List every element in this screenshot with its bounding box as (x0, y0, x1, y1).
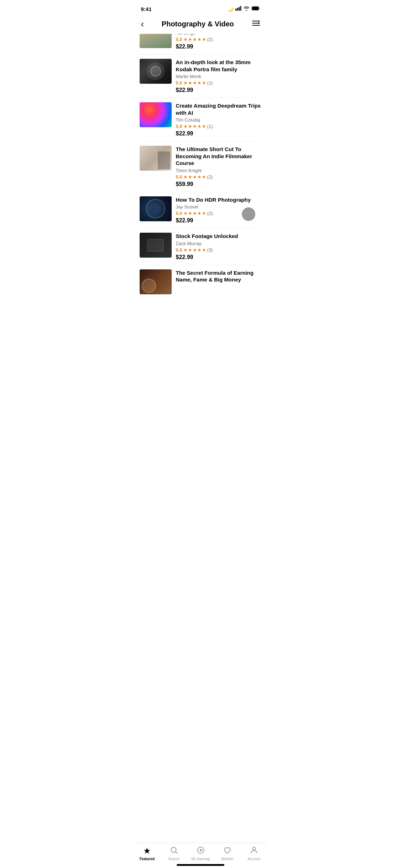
star-5: ★ (202, 247, 206, 253)
course-info: The Ultimate Short Cut To Becoming An In… (176, 146, 262, 187)
star-1: ★ (183, 37, 188, 42)
signal-icon (235, 6, 241, 12)
star-1: ★ (183, 80, 188, 86)
list-item[interactable]: Adi Singh 5.0 ★ ★ ★ ★ ★ (2) $22.99 (140, 30, 262, 55)
star-3: ★ (193, 174, 197, 180)
course-thumbnail (140, 269, 172, 294)
rating-count: (3) (207, 247, 213, 253)
star-4: ★ (197, 124, 202, 129)
course-info: Stock Footage Unlocked Zack Murray 5.0 ★… (176, 233, 262, 260)
course-rating: 5.0 ★ ★ ★ ★ ★ (2) (176, 37, 262, 42)
star-2: ★ (188, 124, 192, 129)
svg-rect-0 (235, 9, 236, 11)
rating-number: 5.0 (176, 174, 182, 180)
nav-header: ‹ Photography & Video (134, 16, 267, 34)
star-3: ★ (193, 211, 197, 216)
course-thumbnail (140, 59, 172, 84)
course-price: $22.99 (176, 43, 262, 50)
star-3: ★ (193, 124, 197, 129)
course-title: The Ultimate Short Cut To Becoming An In… (176, 146, 262, 167)
wifi-icon (244, 6, 249, 12)
course-rating: 5.0 ★ ★ ★ ★ ★ (1) (176, 80, 262, 86)
star-2: ★ (188, 174, 192, 180)
course-thumbnail (140, 196, 172, 221)
svg-rect-5 (252, 7, 259, 10)
rating-number: 5.0 (176, 211, 182, 216)
course-thumbnail (140, 233, 172, 258)
course-price: $59.99 (176, 181, 262, 187)
star-2: ★ (188, 247, 192, 253)
course-list: Adi Singh 5.0 ★ ★ ★ ★ ★ (2) $22.99 (134, 30, 267, 334)
list-item[interactable]: The Ultimate Short Cut To Becoming An In… (140, 141, 262, 192)
stars: ★ ★ ★ ★ ★ (183, 174, 206, 180)
course-rating: 5.0 ★ ★ ★ ★ ★ (2) (176, 174, 262, 180)
rating-count: (1) (207, 124, 213, 129)
star-3: ★ (193, 37, 197, 42)
stars: ★ ★ ★ ★ ★ (183, 211, 206, 216)
course-info: An in-depth look at the 35mm Kodak Portr… (176, 59, 262, 93)
list-item[interactable]: The Secret Formula of Earning Name, Fame… (140, 265, 262, 299)
star-1: ★ (183, 211, 188, 216)
rating-count: (2) (207, 37, 213, 42)
course-title: The Secret Formula of Earning Name, Fame… (176, 269, 262, 283)
star-5: ★ (202, 174, 206, 180)
course-price: $22.99 (176, 87, 262, 93)
star-5: ★ (202, 80, 206, 86)
course-title: An in-depth look at the 35mm Kodak Portr… (176, 59, 262, 73)
star-4: ★ (197, 211, 202, 216)
course-author: Martin Monk (176, 74, 262, 79)
stars: ★ ★ ★ ★ ★ (183, 80, 206, 86)
course-title: Create Amazing Deepdream Trips with AI (176, 102, 262, 116)
course-info: Create Amazing Deepdream Trips with AI T… (176, 102, 262, 137)
stars: ★ ★ ★ ★ ★ (183, 124, 206, 129)
course-author: Timm Knight (176, 168, 262, 173)
course-list-inner: Adi Singh 5.0 ★ ★ ★ ★ ★ (2) $22.99 (134, 30, 267, 299)
svg-rect-3 (240, 6, 241, 11)
list-item[interactable]: How To Do HDR Photography Jay Scovel 5.0… (140, 192, 262, 229)
star-4: ★ (197, 247, 202, 253)
rating-count: (2) (207, 211, 213, 216)
star-3: ★ (193, 247, 197, 253)
status-bar: 9:41 🌙 (134, 0, 267, 16)
course-author: Tim Cziudaj (176, 117, 262, 123)
stars: ★ ★ ★ ★ ★ (183, 37, 206, 42)
rating-count: (2) (207, 174, 213, 180)
star-3: ★ (193, 80, 197, 86)
svg-rect-1 (237, 8, 238, 11)
star-2: ★ (188, 80, 192, 86)
battery-icon (251, 6, 260, 12)
rating-number: 5.0 (176, 247, 182, 253)
course-thumbnail (140, 102, 172, 127)
stars: ★ ★ ★ ★ ★ (183, 247, 206, 253)
course-info: The Secret Formula of Earning Name, Fame… (176, 269, 262, 284)
course-title: How To Do HDR Photography (176, 196, 262, 203)
star-5: ★ (202, 37, 206, 42)
course-price: $22.99 (176, 130, 262, 137)
back-button[interactable]: ‹ (141, 19, 144, 30)
star-4: ★ (197, 80, 202, 86)
list-item[interactable]: Create Amazing Deepdream Trips with AI T… (140, 98, 262, 141)
star-5: ★ (202, 211, 206, 216)
course-price: $22.99 (176, 254, 262, 260)
course-title: Stock Footage Unlocked (176, 233, 262, 240)
star-1: ★ (183, 124, 188, 129)
star-5: ★ (202, 124, 206, 129)
star-2: ★ (188, 37, 192, 42)
star-2: ★ (188, 211, 192, 216)
status-time: 9:41 (141, 6, 152, 12)
list-item[interactable]: Stock Footage Unlocked Zack Murray 5.0 ★… (140, 228, 262, 265)
star-4: ★ (197, 174, 202, 180)
star-1: ★ (183, 174, 188, 180)
star-4: ★ (197, 37, 202, 42)
rating-count: (1) (207, 80, 213, 86)
svg-point-9 (258, 22, 260, 24)
course-author: Zack Murray (176, 241, 262, 246)
filter-button[interactable] (252, 20, 260, 29)
rating-number: 5.0 (176, 80, 182, 86)
list-item[interactable]: An in-depth look at the 35mm Kodak Portr… (140, 55, 262, 98)
course-rating: 5.0 ★ ★ ★ ★ ★ (3) (176, 247, 262, 253)
rating-number: 5.0 (176, 37, 182, 42)
page-title: Photography & Video (162, 20, 234, 28)
svg-rect-2 (239, 7, 240, 11)
course-thumbnail (140, 146, 172, 171)
